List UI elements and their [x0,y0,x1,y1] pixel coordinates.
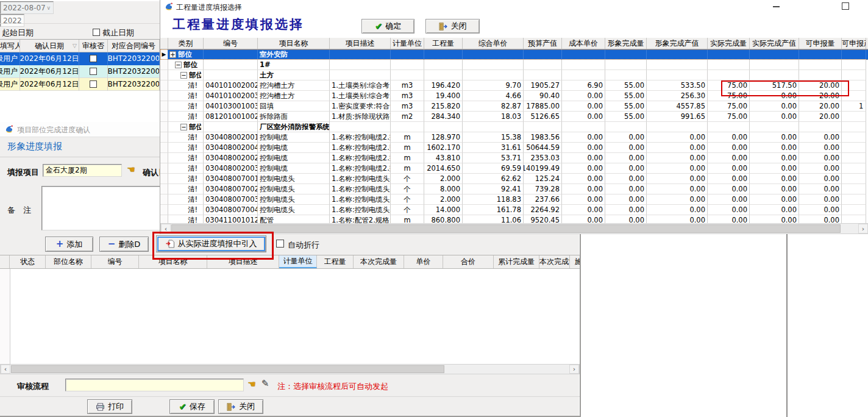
grid-row[interactable]: −部位厂区室外消防报警系统 [160,122,868,132]
list-item[interactable]: 超级用户2022年06月12日CBHT220322002 [0,65,160,78]
word-wrap-checkbox[interactable] [276,240,284,248]
scrollbar-thumb[interactable] [171,224,841,233]
column-header-label: 形象完成产值 [655,38,699,49]
end-date-checkbox[interactable] [93,29,100,36]
column-header[interactable]: 综合单价 [463,38,524,49]
grid-row[interactable]: 清!030408002003控制电缆1.名称:控制电缆2.型号m2014.650… [160,163,868,174]
grid-row[interactable]: 清!030408002004控制电缆1.名称:控制电缆2.型号m1602.170… [160,143,868,153]
ok-button[interactable]: ✔ 确定 [361,19,414,34]
corner-header [160,38,168,49]
column-header[interactable]: 工程量 [424,38,463,49]
column-header[interactable]: 施工 [570,255,580,268]
column-header[interactable]: 可申报量 [799,38,842,49]
scroll-left-icon[interactable]: ‹ [161,224,171,233]
minimize-icon[interactable] [771,4,781,10]
grid-row[interactable]: 清!030408002001控制电缆1.名称:控制电缆2.型号m128.9701… [160,132,868,143]
column-header[interactable]: 项目名称 [258,38,330,49]
scroll-left-icon[interactable]: ‹ [1,365,10,374]
column-header[interactable]: 预算产值 [524,38,562,49]
column-header[interactable]: 形象完成量 [605,38,647,49]
column-header-label: 编号 [223,38,238,49]
column-header[interactable]: 单价 [404,255,443,268]
collapse-icon[interactable]: − [180,72,187,79]
save-button[interactable]: ✔ 保存 [169,399,215,414]
grid-row[interactable]: 清!040101002003挖沟槽土方1.土壤类别:综合考虑m319.4004.… [160,91,868,101]
column-header[interactable]: 可申报产值 [842,38,866,49]
flow-select-hand-icon[interactable]: ☚ [246,379,257,389]
cell-iv: 0.00 [647,143,708,153]
column-header[interactable]: 类别 [168,38,204,49]
list-item[interactable]: 超级用户2022年06月12日CBHT220322002 [0,78,160,91]
column-header[interactable]: 审核否 [79,40,108,52]
column-header[interactable]: 编号 [204,38,258,49]
grid-row[interactable]: 清!030411001012配管1.名称:配管2.规格:m860.80011.0… [160,215,868,223]
maximize-icon[interactable] [842,2,849,10]
scrollbar-thumb[interactable] [11,365,444,373]
scroll-right-icon[interactable]: › [569,365,579,374]
cell-cost: 0.00 [562,132,605,143]
column-header[interactable]: 合价 [443,255,494,268]
column-header-label: 形象完成量 [608,38,644,49]
column-header[interactable]: 填写人 [0,40,20,52]
audit-checkbox[interactable] [90,55,97,62]
audit-checkbox[interactable] [90,68,97,75]
project-input[interactable]: 金石大厦2期 [43,164,122,177]
column-header[interactable]: 实际完成产值 [750,38,799,49]
column-header[interactable]: 项目描述 [207,255,279,268]
tree-cell: 清! [168,91,204,101]
column-header[interactable]: 实际完成量 [708,38,750,49]
cell-contract: CBHT220322002 [108,52,160,65]
end-date-field[interactable]: 2022-09 [0,14,24,27]
flow-edit-pencil-icon[interactable]: ✎ [260,379,271,388]
grid-row[interactable]: 清!081201001002拆除路面1.材质:拆除现状路面m2284.34018… [160,112,868,122]
grid-row[interactable]: 清!030408007001控制电缆头1.名称:控制电缆头2个2.00062.6… [160,174,868,184]
column-header[interactable]: 累计完成量 [494,255,539,268]
column-header[interactable]: 部位名称 [46,255,91,268]
column-header[interactable]: 形象完成产值 [647,38,708,49]
grid-row[interactable]: 清!030408007004控制电缆头1.名称:控制电缆头2个14.000161… [160,205,868,215]
collapse-icon[interactable]: − [180,124,187,130]
column-header[interactable]: 本次完成% [539,255,570,268]
column-header[interactable]: 工程量 [317,255,354,268]
grid-row[interactable]: 清!030408007002控制电缆头1.名称:控制电缆头2个8.00092.4… [160,184,868,194]
column-header[interactable]: 项目描述 [330,38,391,49]
cell-budget: 50644.59 [524,143,562,153]
list-item[interactable]: 超级用户2022年06月12日CBHT220322002 [0,52,160,65]
column-header[interactable]: 对应合同编号 [108,40,160,52]
delete-button[interactable]: − 删除D [99,237,149,252]
column-header[interactable]: 计量单位 [279,255,317,268]
dialog-close-button[interactable]: 关闭 [425,19,480,34]
collapse-icon[interactable]: − [175,62,182,68]
column-header[interactable]: 计量单位 [391,38,424,49]
grid-row[interactable]: 清!030408007003控制电缆头1.名称:控制电缆头2个2.000118.… [160,194,868,205]
toolbar-divider [0,23,160,24]
grid-row[interactable]: 清!030408002002控制电缆1.名称:控制电缆2.型号m43.81053… [160,153,868,163]
column-header[interactable]: 成本单价 [562,38,605,49]
close-button[interactable]: 关闭 [218,399,263,414]
grid-row[interactable]: ▶+部位室外安防 [160,49,868,60]
column-header-label: 项目名称 [279,38,308,49]
grid-row[interactable]: −部位1# [160,60,868,70]
column-header[interactable]: 状态 [10,255,46,268]
flow-input[interactable] [65,379,244,391]
column-header[interactable]: 编号 [91,255,139,268]
import-from-actual-button[interactable]: 从实际进度填报中引入 [156,235,266,252]
bottom-hscrollbar[interactable]: ‹ › [0,364,580,374]
grid-row[interactable]: 清!040103001003回填1.密实度要求:符合设计m3215.82082.… [160,101,868,112]
select-hand-icon[interactable]: ☚ [126,165,137,174]
expand-icon[interactable]: + [169,51,176,58]
scroll-right-icon[interactable]: › [858,224,868,233]
dialog-hscrollbar[interactable]: ‹ › [160,223,868,234]
print-button[interactable]: 打印 [87,399,132,414]
start-date-combo[interactable]: 2022-08-07 ∨ [0,1,54,14]
column-header[interactable]: 确认日期▽ [20,40,79,52]
audit-checkbox[interactable] [90,80,97,88]
column-header[interactable]: 本次完成量 [354,255,404,268]
dialog-titlebar: 工程量进度填报选择 [160,0,868,13]
column-header[interactable]: 项目名称 [139,255,207,268]
add-button[interactable]: + 添加 [45,237,93,252]
cell-dq: 0.00 [799,163,842,174]
grid-row[interactable]: 清!040101002002挖沟槽土方1.土壤类别:综合考虑m3196.4209… [160,80,868,91]
filter-icon[interactable]: ▽ [73,43,77,49]
grid-row[interactable]: −部位土方 [160,70,868,80]
